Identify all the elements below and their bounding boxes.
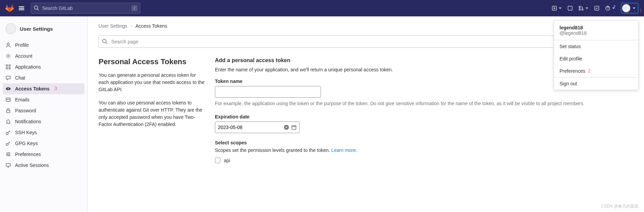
- page-description-1: You can generate a personal access token…: [99, 72, 207, 93]
- issues-icon[interactable]: [567, 5, 573, 11]
- applications-icon: [5, 64, 11, 70]
- search-input[interactable]: [31, 3, 140, 14]
- token-name-input[interactable]: [215, 86, 321, 98]
- user-menu-dropdown: legend818 @legend818 Set status Edit pro…: [554, 20, 639, 90]
- sidebar-item-label: Active Sessions: [15, 162, 49, 168]
- calendar-icon[interactable]: [291, 125, 297, 130]
- svg-point-5: [582, 9, 583, 10]
- expiration-date-field[interactable]: [215, 122, 300, 133]
- svg-point-22: [7, 154, 8, 155]
- scope-row-api: api: [215, 158, 633, 163]
- breadcrumb-root[interactable]: User Settings: [99, 23, 127, 29]
- key-icon: [5, 130, 11, 135]
- chevron-down-icon: [632, 6, 636, 10]
- scope-checkbox-api[interactable]: [215, 158, 220, 163]
- svg-point-0: [34, 6, 38, 9]
- svg-point-23: [9, 155, 10, 156]
- mail-icon: [5, 97, 11, 102]
- scope-label: api: [224, 158, 230, 163]
- monitor-icon: [5, 162, 11, 168]
- sidebar-item-preferences[interactable]: Preferences: [0, 149, 87, 160]
- token-icon: [5, 86, 11, 91]
- gitlab-logo-icon[interactable]: [5, 4, 14, 12]
- page-search: [99, 36, 633, 48]
- merge-requests-dropdown[interactable]: [578, 5, 589, 11]
- page-title: Personal Access Tokens: [99, 57, 207, 66]
- expiration-date-input[interactable]: [218, 125, 284, 130]
- sidebar-item-label: Access Tokens: [15, 86, 50, 91]
- svg-point-4: [579, 9, 580, 10]
- annotation-2: 2: [588, 68, 590, 74]
- sidebar-item-ssh-keys[interactable]: SSH Keys: [0, 127, 87, 138]
- sidebar-title: User Settings: [20, 26, 53, 32]
- bell-icon: [5, 119, 11, 124]
- breadcrumb: User Settings › Access Tokens: [99, 23, 633, 29]
- sidebar-item-label: Profile: [15, 42, 29, 48]
- svg-rect-11: [9, 65, 10, 66]
- sidebar-item-label: Account: [15, 53, 33, 59]
- sidebar-item-applications[interactable]: Applications: [0, 61, 87, 72]
- annotation-1: 1: [640, 8, 642, 14]
- notification-dot: [613, 5, 616, 8]
- create-new-dropdown[interactable]: [552, 5, 562, 11]
- user-menu-name: legend818: [559, 25, 633, 30]
- sidebar-item-chat[interactable]: Chat: [0, 72, 87, 83]
- svg-point-21: [9, 153, 10, 153]
- page-description-2: You can also use personal access tokens …: [99, 99, 207, 128]
- sidebar-item-password[interactable]: Password: [0, 105, 87, 116]
- sidebar-item-label: Password: [15, 108, 36, 113]
- user-menu-preferences[interactable]: Preferences 2: [554, 65, 638, 77]
- sidebar-item-access-tokens[interactable]: Access Tokens 3: [3, 83, 85, 94]
- sidebar-item-notifications[interactable]: Notifications: [0, 116, 87, 127]
- sidebar-item-label: SSH Keys: [15, 130, 37, 135]
- topbar: / 1: [0, 0, 644, 16]
- sidebar-item-active-sessions[interactable]: Active Sessions: [0, 160, 87, 171]
- lock-icon: [5, 108, 11, 113]
- sidebar-item-label: GPG Keys: [15, 141, 38, 146]
- search-icon: [34, 5, 39, 11]
- todos-icon[interactable]: [594, 5, 600, 11]
- avatar: [622, 4, 630, 12]
- svg-point-15: [7, 88, 8, 89]
- key-icon: [5, 141, 11, 146]
- user-menu-header: legend818 @legend818: [554, 21, 638, 40]
- topbar-right: 1: [552, 3, 639, 14]
- sidebar-item-emails[interactable]: Emails: [0, 94, 87, 105]
- sidebar: User Settings Profile Account Applicatio…: [0, 16, 88, 212]
- svg-point-16: [9, 88, 10, 89]
- sidebar-item-label: Preferences: [15, 152, 41, 157]
- annotation-3: 3: [54, 86, 57, 91]
- search-icon: [102, 39, 107, 44]
- sidebar-item-label: Notifications: [15, 119, 41, 124]
- user-menu-set-status[interactable]: Set status: [554, 40, 638, 53]
- svg-rect-18: [7, 110, 10, 113]
- breadcrumb-current: Access Tokens: [136, 23, 167, 29]
- chevron-right-icon: ›: [131, 23, 132, 29]
- sliders-icon: [5, 152, 11, 157]
- user-menu-sign-out[interactable]: Sign out: [554, 77, 638, 90]
- page-search-input[interactable]: [99, 36, 633, 48]
- profile-icon: [5, 42, 11, 48]
- user-menu-trigger[interactable]: 1: [621, 3, 639, 14]
- global-search: /: [31, 3, 140, 14]
- user-menu-edit-profile[interactable]: Edit profile: [554, 53, 638, 65]
- help-dropdown[interactable]: [605, 5, 615, 11]
- svg-rect-10: [6, 65, 8, 66]
- token-name-help: For example, the application using the t…: [215, 100, 633, 107]
- user-menu-handle: @legend818: [559, 30, 633, 36]
- learn-more-link[interactable]: Learn more.: [331, 147, 357, 153]
- svg-point-8: [7, 43, 9, 45]
- main-content: User Settings › Access Tokens Personal A…: [88, 16, 644, 212]
- svg-point-9: [8, 55, 9, 57]
- gear-icon: [5, 53, 11, 59]
- clear-icon[interactable]: [284, 125, 289, 130]
- hamburger-icon[interactable]: [16, 3, 27, 13]
- svg-point-25: [103, 39, 106, 43]
- svg-point-3: [579, 6, 580, 8]
- scopes-help: Scopes set the permission levels granted…: [215, 147, 633, 153]
- sidebar-item-profile[interactable]: Profile: [0, 40, 87, 51]
- sidebar-header: User Settings: [0, 20, 87, 40]
- sidebar-item-gpg-keys[interactable]: GPG Keys: [0, 138, 87, 149]
- sidebar-item-label: Emails: [15, 97, 29, 102]
- sidebar-item-account[interactable]: Account: [0, 51, 87, 61]
